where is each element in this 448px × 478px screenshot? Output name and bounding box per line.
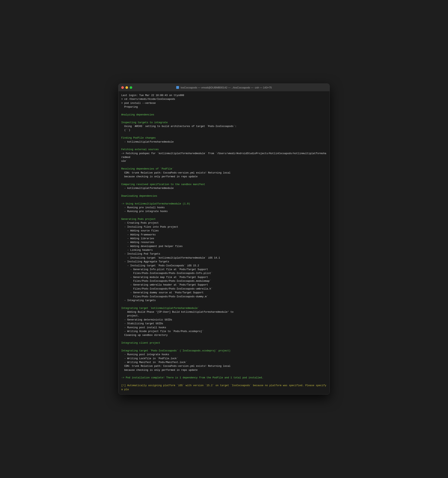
- terminal-line: because checking is only performed in re…: [121, 175, 327, 179]
- terminal-line: (``): [121, 128, 327, 132]
- terminal-line: [!] Automatically assigning platform `iO…: [121, 384, 327, 391]
- terminal-line: Preparing: [121, 105, 327, 109]
- terminal-line: - Generating dummy source at `Pods/Targe…: [121, 291, 327, 295]
- terminal-line: Generating Pods project: [121, 217, 327, 221]
- terminal-line: Using `ARCHS` setting to build architect…: [121, 125, 327, 128]
- terminal-line: project.: [121, 314, 327, 318]
- terminal-line: Last login: Tue Mar 22 18:00:43 on ttys0…: [121, 94, 327, 97]
- terminal-line: - Installing Aggregate Targets: [121, 260, 327, 264]
- terminal-line: - Writing Manifest in `Pods/Manifest.loc…: [121, 361, 327, 364]
- terminal-line: - Generating umbrella header at `Pods/Ta…: [121, 283, 327, 287]
- terminal-line: - kotlinmultiplatformsharedmodule: [121, 140, 327, 144]
- terminal-line: Cleaning up sandbox directory: [121, 333, 327, 337]
- terminal-line: - Adding frameworks: [121, 233, 327, 237]
- terminal-line: Files/Pods-IosCocoapods/Pods-IosCocoapod…: [121, 287, 327, 291]
- terminal-line: Comparing resolved specification to the …: [121, 183, 327, 187]
- terminal-line: Integrating target `Pods-IosCocoapods` (…: [121, 349, 327, 353]
- terminal-line: - Generating Info.plist file at `Pods/Ta…: [121, 268, 327, 271]
- terminal-line: - Generating module map file at `Pods/Ta…: [121, 276, 327, 279]
- terminal-line: ule`: [121, 159, 327, 163]
- terminal-icon: [176, 86, 179, 89]
- maximize-button[interactable]: [130, 86, 132, 89]
- terminal-line: - Installing target `Pods-IosCocoapods` …: [121, 264, 327, 268]
- close-button[interactable]: [121, 86, 124, 89]
- terminal-line: - Installing target `kotlinmultiplatform…: [121, 256, 327, 260]
- terminal-line: Analyzing dependencies: [121, 113, 327, 117]
- terminal-line: Files/Pods-IosCocoapods/Pods-IosCocoapod…: [121, 271, 327, 275]
- terminal-line: Finding Podfile changes: [121, 136, 327, 140]
- terminal-line: Downloading dependencies: [121, 194, 327, 198]
- window-title: IosCocoapods — vmodi@DUBMB00142 — ../Ios…: [176, 86, 272, 89]
- title-text: IosCocoapods — vmodi@DUBMB00142 — ../Ios…: [180, 86, 272, 89]
- terminal-line: because checking is only performed in re…: [121, 368, 327, 372]
- terminal-line: Files/Pods-IosCocoapods/Pods-IosCocoapod…: [121, 279, 327, 283]
- terminal-line: - Installing Pod Targets: [121, 252, 327, 256]
- title-bar: IosCocoapods — vmodi@DUBMB00142 — ../Ios…: [118, 84, 330, 91]
- terminal-line: Inspecting targets to integrate: [121, 121, 327, 125]
- terminal-line: -> Fetching podspec for `kotlinmultiplat…: [121, 152, 327, 159]
- terminal-line: Integrating client project: [121, 341, 327, 345]
- terminal-body[interactable]: Last login: Tue Mar 22 18:00:43 on ttys0…: [118, 91, 330, 394]
- terminal-line: - Running post integrate hooks: [121, 353, 327, 357]
- terminal-line: -> Using kotlinmultiplatformsharedmodule…: [121, 202, 327, 206]
- terminal-line: - Installing files into Pods project: [121, 225, 327, 229]
- terminal-line: - Stabilizing target UUIDs: [121, 322, 327, 326]
- terminal-line: - kotlinmultiplatformsharedmodule: [121, 187, 327, 190]
- terminal-line: - Creating Pods project: [121, 221, 327, 225]
- terminal-line: Integrating target `kotlinmultiplatforms…: [121, 307, 327, 310]
- terminal-line: - Writing Xcode project file to `Pods/Po…: [121, 330, 327, 333]
- terminal-line: CDN: trunk Relative path: CocoaPods-vers…: [121, 171, 327, 175]
- terminal-line: - Integrating targets: [121, 299, 327, 302]
- terminal-line: Resolving dependencies of `Podfile`: [121, 167, 327, 171]
- terminal-window: IosCocoapods — vmodi@DUBMB00142 — ../Ios…: [118, 83, 330, 395]
- terminal-line: - Adding resources: [121, 241, 327, 244]
- terminal-line: - Writing Lockfile in `Podfile.lock`: [121, 357, 327, 361]
- terminal-line: > pod install --verbose: [121, 101, 327, 105]
- terminal-line: Files/Pods-IosCocoapods/Pods-IosCocoapod…: [121, 295, 327, 299]
- terminal-line: - Linking headers: [121, 248, 327, 252]
- terminal-line: CDN: trunk Relative path: CocoaPods-vers…: [121, 364, 327, 368]
- terminal-line: - Running pre install hooks: [121, 206, 327, 210]
- terminal-line: - Adding source files: [121, 229, 327, 233]
- terminal-line: - Adding libraries: [121, 237, 327, 241]
- terminal-line: - Running post install hooks: [121, 326, 327, 330]
- traffic-lights: [121, 86, 132, 89]
- minimize-button[interactable]: [125, 86, 128, 89]
- terminal-line: - Adding development pod helper files: [121, 245, 327, 248]
- terminal-line: - Generating deterministic UUIDs: [121, 318, 327, 322]
- terminal-line: Fetching external sources: [121, 148, 327, 151]
- terminal-line: - Running pre integrate hooks: [121, 210, 327, 214]
- terminal-line: > cd /Users/vmodi/Xcode/IosCocoapods: [121, 97, 327, 101]
- terminal-line: -> Pod installation complete! There is 1…: [121, 376, 327, 380]
- terminal-line: Adding Build Phase '[CP-User] Build kotl…: [121, 310, 327, 314]
